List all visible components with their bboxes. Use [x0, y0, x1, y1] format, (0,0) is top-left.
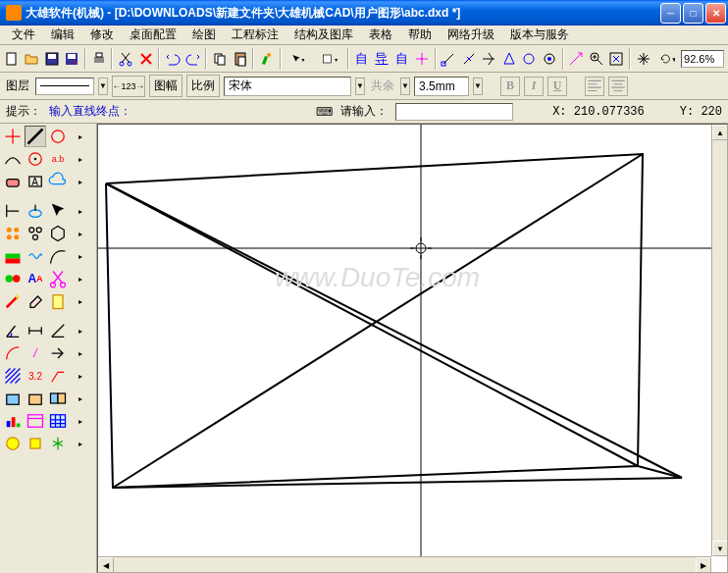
snap2-button[interactable] — [459, 48, 478, 70]
tool-more3[interactable]: ▸ — [70, 171, 91, 192]
tool-clipboard[interactable] — [47, 290, 69, 312]
tool-more1[interactable]: ▸ — [70, 126, 91, 147]
pan-button[interactable] — [634, 48, 652, 70]
align-center-button[interactable] — [608, 77, 628, 96]
auto2-button[interactable]: 自 — [392, 48, 411, 70]
tool-more11[interactable]: ▸ — [70, 365, 91, 387]
tool-more4[interactable]: ▸ — [70, 200, 91, 222]
vertical-scrollbar[interactable]: ▲ ▼ — [711, 125, 727, 556]
tool-misc1[interactable] — [2, 433, 24, 454]
tool-more8[interactable]: ▸ — [70, 290, 91, 312]
menu-edit[interactable]: 编辑 — [43, 25, 82, 45]
snap6-button[interactable] — [540, 48, 558, 70]
frame-label[interactable]: 图幅 — [149, 75, 182, 97]
tool-arc[interactable] — [2, 148, 24, 170]
tool-dim-h[interactable] — [25, 320, 46, 341]
maximize-button[interactable]: □ — [683, 3, 703, 24]
scroll-up-button[interactable]: ▲ — [712, 125, 728, 140]
tool-color1[interactable] — [2, 245, 24, 267]
tool-pattern1[interactable] — [2, 223, 24, 244]
scale-label[interactable]: 比例 — [186, 75, 220, 97]
tool-leader[interactable] — [47, 365, 69, 387]
auto-button[interactable]: 自 — [352, 48, 371, 70]
tool-rect[interactable]: A — [25, 171, 46, 192]
undo-button[interactable] — [163, 48, 182, 70]
menu-draw[interactable]: 绘图 — [184, 25, 224, 45]
tool-more5[interactable]: ▸ — [70, 223, 91, 244]
new-button[interactable] — [2, 48, 21, 70]
brush-button[interactable] — [257, 48, 276, 70]
tool-more13[interactable]: ▸ — [70, 410, 91, 432]
menu-file[interactable]: 文件 — [4, 25, 43, 45]
tool-curve[interactable] — [47, 245, 69, 267]
menu-upgrade[interactable]: 网络升级 — [440, 25, 502, 45]
cut-button[interactable] — [116, 48, 134, 70]
close-button[interactable]: ✕ — [705, 3, 726, 24]
menu-desktop[interactable]: 桌面配置 — [122, 25, 184, 45]
tool-misc2[interactable] — [25, 433, 46, 454]
tool-more12[interactable]: ▸ — [70, 388, 91, 409]
open-button[interactable] — [22, 48, 40, 70]
align-left-button[interactable] — [585, 77, 604, 96]
bold-button[interactable]: B — [500, 77, 520, 96]
italic-button[interactable]: I — [524, 77, 544, 96]
snap4-button[interactable] — [499, 48, 518, 70]
tool-pointer[interactable] — [47, 200, 69, 222]
tool-dim2[interactable] — [25, 200, 46, 222]
menu-annotation[interactable]: 工程标注 — [224, 25, 286, 45]
tool-textA[interactable]: AA — [25, 268, 46, 289]
zoom-button[interactable] — [587, 48, 605, 70]
tool-dim-ang[interactable] — [47, 320, 69, 341]
tool-spring[interactable] — [25, 245, 46, 267]
snap3-button[interactable] — [480, 48, 498, 70]
menu-table[interactable]: 表格 — [361, 25, 400, 45]
measure-button[interactable] — [567, 48, 586, 70]
guide-button[interactable]: 导 — [372, 48, 390, 70]
menu-version[interactable]: 版本与服务 — [502, 25, 577, 45]
tool-balls[interactable] — [2, 268, 24, 289]
tool-dim1[interactable] — [2, 200, 24, 222]
tool-angle[interactable] — [2, 320, 24, 341]
font-select[interactable]: 宋体 — [224, 77, 351, 96]
tool-point[interactable] — [2, 126, 24, 147]
menu-help[interactable]: 帮助 — [400, 25, 440, 45]
tool-circle[interactable] — [47, 126, 69, 147]
tool-misc3[interactable] — [47, 433, 69, 454]
size-dropdown[interactable]: ▼ — [473, 78, 483, 95]
linestyle-dropdown[interactable]: ▼ — [98, 78, 108, 95]
tool-more6[interactable]: ▸ — [70, 245, 91, 267]
tool-arc2[interactable] — [2, 342, 24, 364]
snap5-button[interactable] — [520, 48, 539, 70]
save-button[interactable] — [42, 48, 61, 70]
color-button[interactable]: ▼ — [315, 48, 344, 70]
linestyle-select[interactable] — [35, 78, 94, 95]
size-select[interactable]: 3.5mm — [414, 77, 469, 96]
zoom-input[interactable] — [681, 50, 724, 68]
tool-block1[interactable] — [2, 388, 24, 409]
minimize-button[interactable]: ─ — [660, 3, 681, 24]
menu-structure[interactable]: 结构及图库 — [286, 25, 361, 45]
tool-wand[interactable] — [2, 290, 24, 312]
tool-table[interactable] — [47, 410, 69, 432]
copy-button[interactable] — [210, 48, 229, 70]
tool-hex[interactable] — [47, 223, 69, 244]
tool-more14[interactable]: ▸ — [70, 433, 91, 454]
delete-button[interactable] — [136, 48, 155, 70]
tool-more9[interactable]: ▸ — [70, 320, 91, 341]
tool-more2[interactable]: ▸ — [70, 148, 91, 170]
tool-line[interactable] — [25, 126, 46, 147]
scroll-left-button[interactable]: ◀ — [98, 557, 114, 573]
command-input[interactable] — [395, 103, 513, 121]
dim-button[interactable]: ←123→ — [112, 76, 145, 97]
tool-scissors[interactable] — [47, 268, 69, 289]
underline-button[interactable]: U — [547, 77, 567, 96]
tool-more7[interactable]: ▸ — [70, 268, 91, 289]
tool-circle2[interactable] — [25, 148, 46, 170]
tool-pattern2[interactable] — [25, 223, 46, 244]
tool-num[interactable]: 3.2 — [25, 365, 46, 387]
refresh-button[interactable]: ▼ — [654, 48, 680, 70]
tool-text[interactable]: a.b — [47, 148, 69, 170]
tool-cloud[interactable] — [47, 171, 69, 192]
tool-block3[interactable] — [47, 388, 69, 409]
redo-button[interactable] — [183, 48, 202, 70]
